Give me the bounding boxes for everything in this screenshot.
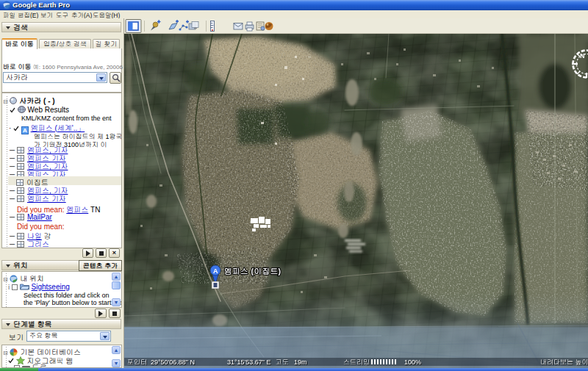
svg-text:29°50'06.88" N: 29°50'06.88" N (151, 357, 195, 367)
svg-text:N: N (580, 52, 585, 60)
svg-text:멤피스 (이집트): 멤피스 (이집트) (224, 265, 281, 276)
svg-text:31°15'53.67" E: 31°15'53.67" E (227, 357, 271, 367)
svg-text:내려다보는 높이: 내려다보는 높이 (540, 357, 588, 367)
svg-text:19m: 19m (294, 357, 307, 367)
svg-text:포인터: 포인터 (127, 357, 147, 367)
svg-text:고도: 고도 (276, 357, 289, 367)
svg-text:100%: 100% (404, 357, 421, 367)
svg-text:스트리밍: 스트리밍 (343, 357, 370, 367)
svg-text:A: A (213, 267, 218, 275)
